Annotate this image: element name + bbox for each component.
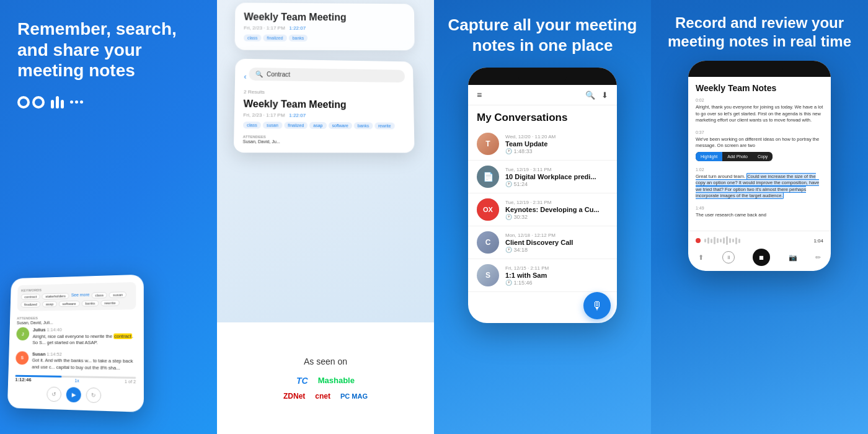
wave-bar-10 — [732, 239, 734, 242]
selected-span: Could we increase the size of the copy a… — [696, 173, 819, 200]
speed-indicator[interactable]: 1x — [74, 378, 79, 383]
search-card-front: ‹ 🔍 Contract 2 Results Weekly Team Meeti… — [234, 59, 415, 153]
record-mic-button[interactable]: 🎙 — [583, 292, 611, 319]
play-button[interactable]: ▶ — [66, 387, 81, 402]
conv-item-2[interactable]: 📄 Tue, 12/19 · 3:11 PM 10 Digital Workpl… — [468, 161, 617, 193]
see-more-link[interactable]: See more — [71, 293, 90, 299]
julius-time: 1:14:40 — [46, 327, 61, 332]
back-arrow-icon[interactable]: ‹ — [244, 72, 246, 81]
wave-bar-1 — [704, 239, 706, 242]
otter-logo — [17, 96, 200, 108]
result-tags: class susan finalized asap software bank… — [243, 122, 405, 130]
tag-software: software — [329, 122, 352, 129]
wave-bar-12 — [738, 239, 740, 243]
kw-class: class — [91, 292, 107, 298]
logo-dots — [70, 100, 83, 104]
top-bar-icons: 🔍 ⬇ — [585, 91, 608, 100]
results-count: 2 Results — [244, 89, 405, 97]
waveform-row: 1:04 — [696, 236, 823, 245]
susan-text: Susan 1:14:52 Got it. And with the banks… — [32, 351, 136, 371]
zdnet-logo: ZDNet — [283, 392, 305, 401]
conv-duration-2: 🕐 51:24 — [505, 181, 608, 187]
conv-info-3: Tue, 12/19 · 2:31 PM Keynotes: Developin… — [505, 200, 608, 220]
mashable-logo: Mashable — [318, 376, 355, 385]
page-indicator: 1 of 2 — [125, 379, 136, 384]
conv-title-5: 1:1 with Sam — [505, 272, 608, 279]
ts-text-4: The user research came back and — [696, 212, 823, 219]
conv-avatar-1: T — [477, 133, 499, 155]
tag-rewrite: rewrite — [374, 122, 394, 129]
press-logos-row2: ZDNet cnet PC MAG — [283, 392, 368, 401]
logo-bar-3 — [61, 100, 64, 108]
attendees-label: ATTENDEES — [17, 316, 38, 320]
panel-1: Remember, search, and share your meeting… — [0, 0, 217, 434]
julius-name: Julius — [33, 327, 46, 333]
susan-name: Susan — [32, 351, 46, 356]
transcript-block-4: 1:49 The user research came back and — [696, 206, 823, 219]
panel-2: Weekly Team Meeting Fri, 2/23 · 1:17 PM … — [217, 0, 434, 434]
rewind-button[interactable]: ↺ — [46, 387, 61, 402]
attendees-row: ATTENDEES Susan, David, Ju... — [243, 132, 406, 144]
forward-button[interactable]: ↻ — [86, 388, 102, 403]
wave-bar-3 — [711, 239, 712, 243]
app-top-bar: ≡ 🔍 ⬇ — [468, 85, 617, 105]
add-photo-button[interactable]: Add Photo — [722, 152, 753, 161]
search-icon[interactable]: 🔍 — [585, 91, 595, 100]
waveform-bars — [704, 236, 810, 245]
ts-time-2: 0:37 — [696, 130, 823, 135]
tag-susan: susan — [263, 122, 282, 128]
search-bar[interactable]: 🔍 Contract — [249, 68, 405, 82]
kw-susan: susan — [109, 291, 126, 298]
tc-logo: TC — [296, 376, 308, 386]
search-result-date: Fri, 2/23 · 1:17 PM 1:22:07 — [243, 112, 405, 119]
conv-item-3[interactable]: OX Tue, 12/19 · 2:31 PM Keynotes: Develo… — [468, 193, 617, 226]
conv-duration-4: 🕐 34:18 — [505, 247, 608, 253]
transcript-block-1: 0:02 Alright, thank you everyone for joi… — [696, 98, 823, 124]
camera-icon[interactable]: 📷 — [789, 254, 797, 262]
conv-avatar-5: S — [477, 264, 499, 286]
share-icon[interactable]: ⬆ — [698, 254, 704, 262]
ts-text-1: Alright, thank you everyone for joining … — [696, 104, 823, 124]
edit-icon[interactable]: ✏ — [815, 254, 821, 262]
wave-bar-8 — [726, 236, 728, 245]
pcmag-logo: PC MAG — [340, 392, 368, 400]
conv-item-1[interactable]: T Wed, 12/20 · 11:20 AM Team Update 🕐 1:… — [468, 128, 617, 161]
menu-icon[interactable]: ≡ — [477, 90, 482, 100]
panel3-phone: ≡ 🔍 ⬇ My Conversations T Wed, 12/20 · 11… — [468, 68, 617, 323]
meeting-title: Weekly Team Notes — [696, 83, 823, 93]
attendees-section: ATTENDEES Susan, David, Juli... — [17, 313, 136, 325]
kw-rewrite: rewrite — [100, 300, 119, 306]
as-seen-on-label: As seen on — [304, 356, 347, 366]
ts-time-1: 0:02 — [696, 98, 823, 102]
stop-button[interactable]: ⏹ — [753, 249, 770, 266]
tag-finalized: finalized — [284, 122, 308, 129]
ts-time-4: 1:49 — [696, 206, 823, 210]
logo-dot-1 — [70, 100, 73, 104]
p4-notch — [737, 61, 783, 76]
panel3-header: Capture all your meeting notes in one pl… — [434, 0, 651, 68]
my-conversations-title: My Conversations — [468, 105, 617, 128]
wave-bar-7 — [723, 237, 725, 244]
highlighted-word: contract — [113, 333, 132, 339]
result-date-text: Fri, 2/23 · 1:17 PM — [243, 112, 285, 118]
avatar-initial-4: C — [485, 238, 491, 247]
highlight-button[interactable]: Highlight — [696, 152, 722, 161]
download-icon[interactable]: ⬇ — [601, 91, 608, 100]
keywords-section: KEYWORDS contract stakeholders See more … — [17, 282, 136, 311]
conv-item-4[interactable]: C Mon, 12/18 · 12:12 PM Client Discovery… — [468, 226, 617, 259]
logo-circles — [17, 96, 45, 108]
conv-item-5[interactable]: S Fri, 12/15 · 2:11 PM 1:1 with Sam 🕐 1:… — [468, 259, 617, 292]
wave-bar-2 — [707, 237, 709, 244]
search-phone-wrap: Weekly Team Meeting Fri, 2/23 · 1:17 PM … — [236, 12, 415, 146]
back-card-date: Fri, 2/23 · 1:17 PM 1:22:07 — [244, 25, 405, 31]
conv-info-1: Wed, 12/20 · 11:20 AM Team Update 🕐 1:48… — [505, 134, 608, 154]
wave-bar-11 — [735, 237, 737, 244]
julius-text: Julius 1:14:40 Alright, nice call everyo… — [32, 326, 136, 346]
copy-button[interactable]: Copy — [753, 152, 773, 161]
attendees-names: Susan, David, Ju... — [243, 140, 406, 144]
ts-text-3: Great turn around team. Could we increas… — [696, 174, 823, 200]
keywords-tags: contract stakeholders See more class sus… — [20, 291, 132, 308]
playback-time: 1:12:46 — [15, 377, 31, 383]
conv-title-4: Client Discovery Call — [505, 239, 608, 246]
pause-button[interactable]: ⏸ — [722, 251, 735, 264]
